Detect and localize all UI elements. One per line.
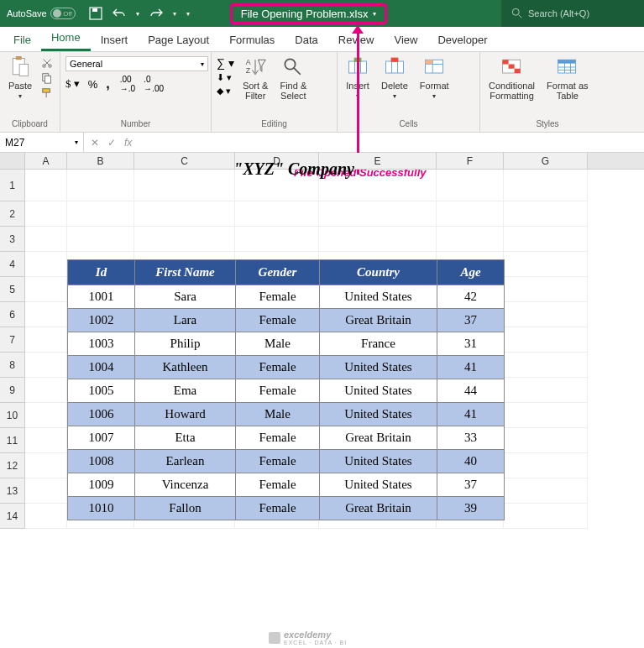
cell[interactable] (504, 403, 588, 428)
table-cell[interactable]: 37 (437, 309, 505, 332)
table-cell[interactable]: 40 (437, 450, 505, 473)
cell[interactable] (25, 478, 67, 504)
table-cell[interactable]: Kathleen (135, 356, 236, 379)
table-cell[interactable]: Earlean (135, 450, 236, 473)
table-cell[interactable]: Sara (135, 285, 236, 309)
name-box[interactable]: M27 ▾ (0, 133, 84, 152)
table-cell[interactable]: 44 (437, 379, 505, 403)
cell[interactable] (504, 302, 588, 327)
search-box[interactable]: Search (Alt+Q) (501, 0, 644, 27)
table-cell[interactable]: United States (320, 356, 437, 379)
cell[interactable] (25, 327, 67, 353)
row-header[interactable]: 9 (0, 378, 25, 403)
table-cell[interactable]: 1004 (68, 356, 135, 379)
row-header[interactable]: 3 (0, 227, 25, 252)
toggle-switch[interactable]: Off (50, 8, 76, 19)
find-select-button[interactable]: Find & Select (276, 54, 310, 102)
table-cell[interactable]: 42 (437, 285, 505, 309)
table-cell[interactable]: 41 (437, 403, 505, 426)
row-header[interactable]: 4 (0, 252, 25, 277)
table-cell[interactable]: 1006 (68, 403, 135, 426)
cell[interactable] (437, 227, 504, 252)
row-header[interactable]: 1 (0, 170, 25, 201)
save-icon[interactable] (89, 7, 102, 20)
undo-icon[interactable] (113, 7, 126, 20)
table-cell[interactable]: 41 (437, 356, 505, 379)
cell[interactable] (25, 227, 67, 252)
cell[interactable] (319, 227, 437, 252)
cell[interactable] (235, 201, 319, 227)
cell[interactable] (504, 353, 588, 378)
fill-icon[interactable]: ⬇ ▾ (217, 72, 234, 83)
table-cell[interactable]: Female (236, 426, 320, 450)
qat-customize-icon[interactable]: ▾ (186, 10, 190, 18)
column-header[interactable]: A (25, 153, 67, 169)
decrease-decimal-icon[interactable]: .0→.00 (144, 75, 164, 93)
cell[interactable] (504, 478, 588, 504)
cell[interactable] (504, 227, 588, 252)
cell[interactable] (235, 227, 319, 252)
table-cell[interactable]: Etta (135, 426, 236, 450)
table-cell[interactable]: Lara (135, 309, 236, 332)
autosum-icon[interactable]: ∑ ▾ (217, 56, 234, 70)
cell[interactable] (25, 353, 67, 378)
cell[interactable] (25, 277, 67, 302)
redo-icon[interactable] (149, 7, 163, 20)
cell[interactable] (504, 327, 588, 353)
table-cell[interactable]: 1007 (68, 426, 135, 450)
table-cell[interactable]: Great Britain (320, 309, 437, 332)
table-cell[interactable]: Ema (135, 379, 236, 403)
cell[interactable] (25, 453, 67, 478)
fx-icon[interactable]: fx (124, 137, 132, 149)
table-cell[interactable]: 39 (437, 497, 505, 520)
cell[interactable] (67, 227, 134, 252)
cell[interactable] (504, 277, 588, 302)
table-cell[interactable]: Fallon (135, 497, 236, 520)
cell[interactable] (504, 428, 588, 453)
tab-formulas[interactable]: Formulas (219, 29, 285, 51)
row-header[interactable]: 14 (0, 504, 25, 529)
cell[interactable] (437, 201, 504, 227)
row-header[interactable]: 7 (0, 327, 25, 353)
table-cell[interactable]: Female (236, 285, 320, 309)
row-header[interactable]: 8 (0, 353, 25, 378)
table-cell[interactable]: 1008 (68, 450, 135, 473)
cell[interactable] (319, 201, 437, 227)
cell[interactable] (25, 201, 67, 227)
table-cell[interactable]: United States (320, 403, 437, 426)
comma-icon[interactable]: , (106, 76, 109, 91)
row-header[interactable]: 2 (0, 201, 25, 227)
table-cell[interactable]: Female (236, 450, 320, 473)
table-cell[interactable]: Female (236, 309, 320, 332)
table-cell[interactable]: Female (236, 473, 320, 497)
select-all-corner[interactable] (0, 153, 25, 169)
currency-icon[interactable]: $ ▾ (65, 77, 80, 91)
clear-icon[interactable]: ◆ ▾ (217, 86, 234, 97)
filename-dropdown-icon[interactable]: ▾ (373, 10, 376, 18)
tab-developer[interactable]: Developer (427, 29, 497, 51)
table-cell[interactable]: 31 (437, 332, 505, 356)
row-header[interactable]: 10 (0, 403, 25, 428)
table-cell[interactable]: 1003 (68, 332, 135, 356)
row-header[interactable]: 12 (0, 453, 25, 478)
table-cell[interactable]: United States (320, 473, 437, 497)
table-cell[interactable]: Female (236, 379, 320, 403)
enter-formula-icon[interactable]: ✓ (107, 137, 116, 149)
cell[interactable] (134, 201, 235, 227)
percent-icon[interactable]: % (88, 78, 98, 91)
row-header[interactable]: 6 (0, 302, 25, 327)
column-header[interactable]: G (504, 153, 588, 169)
delete-button[interactable]: Delete▾ (378, 54, 411, 102)
table-cell[interactable]: 33 (437, 426, 505, 450)
cell[interactable] (25, 504, 67, 529)
cell[interactable] (25, 428, 67, 453)
row-header[interactable]: 11 (0, 428, 25, 453)
table-cell[interactable]: United States (320, 379, 437, 403)
table-cell[interactable]: 1009 (68, 473, 135, 497)
redo-dropdown-icon[interactable]: ▾ (173, 10, 176, 18)
table-cell[interactable]: 1001 (68, 285, 135, 309)
cell[interactable] (504, 504, 588, 529)
tab-page-layout[interactable]: Page Layout (138, 29, 219, 51)
cell[interactable] (25, 252, 67, 277)
cell[interactable] (25, 378, 67, 403)
